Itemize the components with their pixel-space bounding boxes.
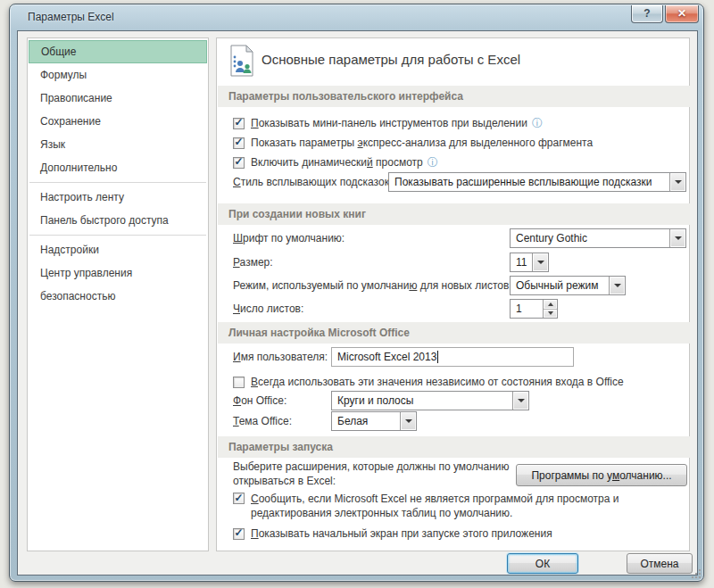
check-icon: ✓ [234,493,243,503]
resize-grip[interactable] [692,569,693,571]
sidebar-item-trust-center[interactable]: Центр управления безопасностью [29,261,207,285]
dialog-body: Общие Формулы Правописание Сохранение Яз… [17,30,698,576]
show-start-screen-label[interactable]: Показывать начальный экран при запуске э… [251,527,552,540]
pane-title: Основные параметры для работы с Excel [262,52,520,67]
sidebar-item-general[interactable]: Общие [29,40,207,63]
info-icon: ⓘ [428,155,438,170]
section-new-workbooks: При создании новых книг [218,203,690,225]
default-font-label: Шрифт по умолчанию: [233,228,345,248]
window-title: Параметры Excel [28,4,114,30]
notify-default-app-row: ✓ Сообщить, если Microsoft Excel не явля… [233,492,672,520]
mini-toolbar-row: ✓ Показывать мини-панель инструментов пр… [233,113,543,133]
dropdown-arrow-icon[interactable] [512,392,528,410]
sheet-count-stepper[interactable]: 1 [510,299,558,319]
quick-analysis-row: ✓ Показать параметры экспресс-анализа дл… [233,133,593,153]
general-options-icon [228,45,255,80]
sidebar-item-quick-access-toolbar[interactable]: Панель быстрого доступа [29,209,207,232]
cancel-button[interactable]: Отмена [627,553,693,574]
category-sidebar: Общие Формулы Правописание Сохранение Яз… [27,37,209,551]
extensions-text: Выберите расширения, которые должны по у… [233,460,510,488]
mini-toolbar-label[interactable]: Показывать мини-панель инструментов при … [251,117,527,129]
ok-button[interactable]: ОК [507,553,578,574]
dropdown-arrow-icon[interactable] [532,253,548,271]
dropdown-arrow-icon[interactable] [669,229,685,247]
notify-default-app-label[interactable]: Сообщить, если Microsoft Excel не являет… [251,492,672,520]
sidebar-item-language[interactable]: Язык [29,133,207,156]
text-caret [437,351,438,363]
office-background-select[interactable]: Круги и полосы [331,391,529,410]
check-icon: ✓ [234,527,243,538]
section-startup: Параметры запуска [218,436,690,458]
spinner-up-icon[interactable] [544,300,557,310]
sidebar-item-save[interactable]: Сохранение [29,110,207,133]
quick-analysis-label[interactable]: Показать параметры экспресс-анализа для … [251,137,593,149]
excel-options-dialog: Параметры Excel ? ✕ Общие Формулы Правоп… [9,4,704,582]
notify-default-app-checkbox[interactable]: ✓ [233,493,245,504]
username-label: Имя пользователя: [233,347,328,367]
help-icon: ? [643,7,650,20]
dropdown-arrow-icon[interactable] [609,277,625,294]
sidebar-divider [29,235,206,236]
mini-toolbar-checkbox[interactable]: ✓ [233,118,245,129]
office-theme-label: Тема Office: [233,411,292,431]
office-theme-select[interactable]: Белая [331,411,417,431]
username-input[interactable]: Microsoft Excel 2013 [331,347,574,367]
general-options-pane: Основные параметры для работы с Excel Па… [216,37,690,551]
font-size-label: Размер: [233,253,273,272]
show-start-screen-checkbox[interactable]: ✓ [233,528,245,540]
sidebar-item-formulas[interactable]: Формулы [29,63,207,87]
live-preview-label[interactable]: Включить динамический просмотр [251,156,423,169]
help-button[interactable]: ? [631,5,663,23]
quick-analysis-checkbox[interactable]: ✓ [233,137,245,149]
sidebar-item-customize-ribbon[interactable]: Настроить ленту [29,186,207,209]
section-personalize: Личная настройка Microsoft Office [218,322,690,344]
check-icon: ✓ [234,137,243,147]
live-preview-checkbox[interactable]: ✓ [233,157,245,169]
close-button[interactable]: ✕ [665,5,699,23]
check-icon: ✓ [234,117,243,128]
sidebar-item-advanced[interactable]: Дополнительно [29,156,207,179]
sheet-count-label: Число листов: [233,299,303,319]
tooltip-style-select[interactable]: Показывать расширенные всплывающие подск… [388,172,686,192]
default-font-select[interactable]: Century Gothic [510,228,686,248]
titlebar[interactable]: Параметры Excel [10,4,703,30]
spinner-down-icon[interactable] [544,310,557,319]
sidebar-item-proofing[interactable]: Правописание [29,87,207,110]
live-preview-row: ✓ Включить динамический просмотр ⓘ [233,153,438,172]
dropdown-arrow-icon[interactable] [669,173,685,191]
default-view-label: Режим, используемый по умолчанию для нов… [233,276,512,295]
always-use-values-label[interactable]: Всегда использовать эти значения независ… [251,376,624,388]
close-icon: ✕ [677,7,686,20]
default-view-select[interactable]: Обычный режим [510,276,626,295]
tooltip-style-label: Стиль всплывающих подсказок: [233,172,392,192]
font-size-select[interactable]: 11 [510,253,549,272]
always-use-values-checkbox[interactable]: ✓ [233,377,245,388]
default-programs-button[interactable]: Программы по умолчанию... [516,464,687,486]
dropdown-arrow-icon[interactable] [400,412,416,430]
check-icon: ✓ [234,156,243,167]
always-use-values-row: ✓ Всегда использовать эти значения незав… [233,372,624,392]
sidebar-item-addins[interactable]: Надстройки [29,238,207,261]
info-icon: ⓘ [532,116,543,131]
sidebar-divider [29,182,206,183]
office-background-label: Фон Office: [233,391,286,410]
section-ui-options: Параметры пользовательского интерфейса [218,86,690,107]
show-start-screen-row: ✓ Показывать начальный экран при запуске… [233,524,552,543]
